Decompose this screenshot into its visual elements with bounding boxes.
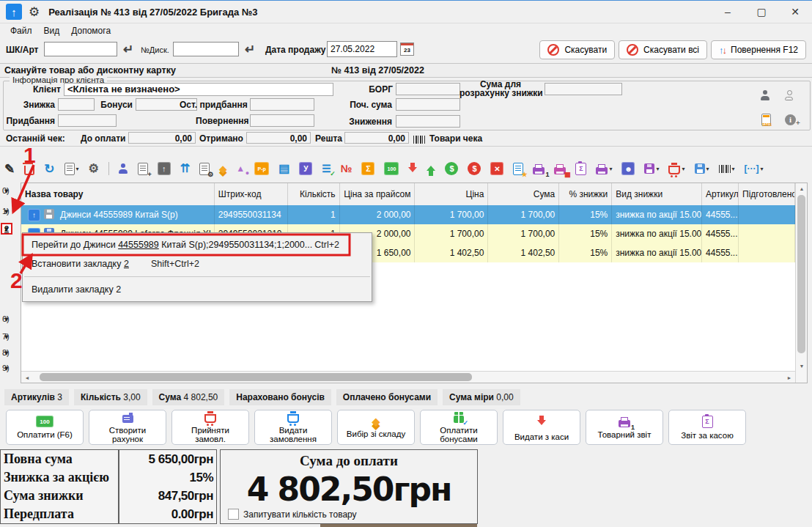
sum-sigma-icon[interactable]: Σ (361, 162, 374, 175)
minimize-button[interactable]: – (711, 1, 745, 23)
settings-gear-icon[interactable]: ⚙ (29, 4, 40, 20)
clipboard-menu-icon[interactable]: ▾ (64, 163, 79, 175)
wrench-icon[interactable]: ⚙ (89, 163, 99, 174)
shapes-icon[interactable]: ▲● (236, 164, 245, 173)
accept-order-button-icon (204, 414, 216, 423)
move-up-icon[interactable]: ⇈ (180, 163, 190, 174)
close-button[interactable]: ✕ (778, 1, 812, 23)
column-header[interactable]: % знижки (559, 183, 612, 205)
client-person-icon[interactable] (119, 163, 128, 174)
ask-quantity-checkbox[interactable] (228, 509, 239, 520)
scroll-down-icon[interactable]: ▼ (796, 361, 808, 371)
disc-card-input[interactable] (173, 42, 239, 56)
print-receipt-icon[interactable]: ▦ (554, 163, 566, 174)
column-header[interactable]: Ціна (415, 183, 488, 205)
column-header[interactable]: Сума (488, 183, 559, 205)
pick-from-stock-button[interactable]: ◆Вибір зі складу (337, 410, 415, 445)
bookmark-marker-8[interactable]: 8) ▾ (2, 348, 10, 357)
delete-trash-icon[interactable] (24, 163, 34, 175)
client-card-icon[interactable]: ☻ (621, 162, 635, 175)
barcode-menu-icon[interactable]: ▾ (719, 165, 735, 173)
document-settings-icon[interactable]: ⚙ (199, 163, 210, 175)
return-f12-button[interactable]: ↑↓Повернення F12 (711, 40, 806, 59)
bookmark-marker-9[interactable]: 9) ▾ (2, 364, 10, 372)
u-letter-icon[interactable]: У (299, 162, 312, 175)
column-header[interactable]: Вид знижки (612, 183, 702, 205)
save-blue-icon[interactable]: ▾ (695, 163, 709, 174)
goods-report-button[interactable]: 1Товарний звіт (586, 410, 663, 445)
column-header[interactable]: Артикул (702, 183, 739, 205)
price-tag-icon[interactable]: P-p (254, 162, 269, 175)
sms-phone-icon[interactable]: SMS (761, 114, 771, 126)
save-menu-icon[interactable]: ▾ (644, 163, 659, 174)
upload-icon[interactable]: ↑ (158, 162, 171, 175)
table-row[interactable]: ↑Джинси 44555989 Китай S(p)2949550031134… (21, 205, 795, 224)
new-document-icon[interactable]: + (138, 163, 148, 175)
print-goods-icon[interactable]: 1 (533, 163, 545, 174)
list-check-icon[interactable]: ☰✓ (322, 163, 331, 174)
bookmark-marker-7[interactable]: 7) ▾ (2, 332, 10, 341)
horizontal-scrollbar[interactable]: ◄ ► (21, 371, 795, 383)
pay-button[interactable]: 100Оплатити (F6) (6, 410, 84, 445)
sale-date-input[interactable] (327, 41, 397, 57)
create-invoice-button[interactable]: Створити рахунок (89, 410, 166, 445)
put-in-arrow-icon[interactable] (427, 161, 435, 177)
dollar-red-icon[interactable]: $ (468, 162, 481, 175)
accept-order-button[interactable]: Прийняти замовл. (171, 410, 249, 445)
goods-report-button-label: Товарний звіт (598, 430, 652, 439)
menu-item[interactable]: Встановити закладку 2Shift+Ctrl+2 (23, 254, 372, 273)
bookmark-marker-6[interactable]: 6) ▾ (2, 314, 10, 323)
vertical-scroll-thumb[interactable] (797, 195, 805, 353)
table-icon[interactable]: ▤ (278, 163, 289, 174)
sku-input[interactable] (44, 42, 117, 56)
rest-label: Решта (315, 133, 342, 144)
column-header[interactable]: Штрих-код (215, 183, 288, 205)
client-filled-icon[interactable] (760, 90, 769, 100)
scroll-left-icon[interactable]: ◄ (21, 372, 33, 383)
document-star-icon[interactable]: ★ (513, 163, 523, 175)
bookmark-marker-0[interactable]: 0) ▾ (2, 186, 10, 195)
dots-menu-icon[interactable]: [···]▾ (745, 164, 764, 173)
menu-file[interactable]: Файл (6, 24, 37, 37)
vertical-scrollbar[interactable]: ▲ ▼ (795, 183, 807, 383)
refresh-icon[interactable]: ↻ (44, 163, 54, 175)
report-sigma-icon[interactable]: Σ (575, 163, 586, 175)
edit-pencil-icon[interactable]: ✎ (4, 163, 15, 175)
print-menu-icon[interactable]: ▾ (596, 163, 612, 174)
column-header[interactable]: Кількість (288, 183, 340, 205)
column-header[interactable]: Підготовлено (739, 183, 795, 205)
menu-help[interactable]: Допомога (67, 24, 115, 37)
column-header[interactable]: Ціна за прайсом (340, 183, 416, 205)
cancel-button[interactable]: Скасувати (539, 40, 615, 59)
cancel-all-button[interactable]: Скасувати всі (619, 40, 707, 59)
issue-order-button[interactable]: Видати замовлення (254, 410, 332, 445)
calendar-icon[interactable]: 23 (400, 43, 414, 56)
scroll-right-icon[interactable]: ► (783, 372, 795, 383)
bookmark-marker-1[interactable]: 1) ▾ (2, 207, 10, 215)
cart-menu-icon[interactable]: ▾ (668, 163, 684, 174)
purchases-value (58, 114, 117, 127)
scroll-up-icon[interactable]: ▲ (796, 183, 808, 194)
menu-item[interactable]: Перейти до Джинси 44555989 Китай S(p);29… (23, 235, 372, 254)
cancel-box-icon[interactable]: ✕ (490, 162, 503, 175)
take-out-arrow-icon[interactable] (408, 161, 417, 177)
info-add-icon[interactable]: i (785, 114, 796, 125)
cash-report-button[interactable]: ΣЗвіт за касою (668, 410, 746, 445)
column-header[interactable]: Назва товару (21, 183, 215, 205)
number-icon[interactable]: № (341, 163, 353, 174)
client-value[interactable]: <Клієнта не визначено> (64, 83, 333, 96)
cash-out-button[interactable]: Видати з каси (503, 410, 580, 445)
bookmark-marker-2[interactable]: 2 ▾ (1, 223, 12, 235)
menu-view[interactable]: Вид (40, 24, 64, 37)
pay-bonuses-button[interactable]: ✓Оплатити бонусами (420, 410, 498, 445)
dollar-green-icon[interactable]: $ (445, 162, 458, 175)
client-outline-icon[interactable] (785, 90, 794, 100)
money-100-icon[interactable]: 100 (384, 162, 399, 175)
stock-layers-icon[interactable]: ◆ (219, 164, 226, 174)
summary-value: 15% (119, 468, 216, 487)
maximize-button[interactable]: ▢ (745, 1, 778, 23)
horizontal-scroll-thumb[interactable] (40, 373, 472, 381)
issue-order-button-icon (287, 414, 299, 423)
menu-item[interactable]: Видалити закладку 2 (23, 280, 372, 299)
goods-report-button-icon: 1 (619, 420, 630, 427)
